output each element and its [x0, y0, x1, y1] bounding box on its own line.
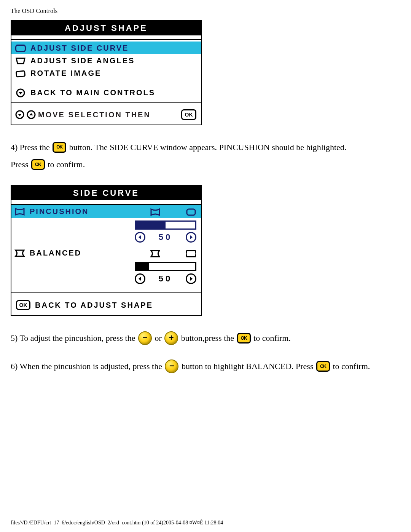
ok-button-icon: OK — [53, 142, 66, 153]
panel-gap — [11, 200, 201, 205]
menu-item-back-to-adjust-shape[interactable]: OK BACK TO ADJUST SHAPE — [11, 296, 201, 315]
text: to confirm. — [333, 361, 370, 371]
text: 5) To adjust the pincushion, press the — [11, 333, 137, 343]
page-header: The OSD Controls — [11, 8, 400, 14]
pincushion-slider[interactable] — [135, 220, 196, 230]
text: button to highlight BALANCED. Press — [182, 361, 315, 371]
panel-title: SIDE CURVE — [11, 185, 201, 200]
text: or — [155, 333, 164, 343]
up-arrow-circle-icon — [27, 110, 36, 119]
minus-button-icon: − — [138, 331, 152, 345]
svg-rect-5 — [187, 209, 195, 215]
side-curve-panel: SIDE CURVE PINCUSHION — [11, 185, 202, 316]
down-arrow-circle-icon — [15, 89, 26, 97]
left-arrow-icon[interactable] — [135, 232, 145, 243]
text: 6) When the pincushion is adjusted, pres… — [11, 361, 164, 371]
ok-icon: OK — [181, 109, 196, 120]
ok-icon: OK — [16, 300, 30, 310]
ok-button-icon: OK — [31, 159, 45, 170]
left-arrow-icon[interactable] — [135, 273, 145, 284]
text: Press — [11, 160, 30, 169]
footer-path: file:///D|/EDFU/crt_17_6/edoc/english/OS… — [11, 520, 223, 526]
pincushion-out-icon — [186, 208, 196, 216]
menu-item-adjust-side-angles[interactable]: ADJUST SIDE ANGLES — [11, 54, 201, 67]
menu-item-rotate-image[interactable]: ROTATE IMAGE — [11, 67, 201, 79]
right-arrow-icon[interactable] — [186, 273, 196, 284]
panel-footer: MOVE SELECTION THEN OK — [11, 105, 201, 125]
text: button,press the — [181, 333, 236, 343]
balanced-left-icon — [150, 249, 161, 258]
panel-title: ADJUST SHAPE — [11, 21, 201, 35]
balanced-value: 50 — [152, 274, 179, 284]
step-6-text: 6) When the pincushion is adjusted, pres… — [11, 359, 400, 374]
text: to confirm. — [253, 333, 291, 343]
ok-button-icon: OK — [237, 333, 251, 343]
row-pincushion-value: 50 — [11, 218, 201, 244]
step-4-text: 4) Press the OK button. The SIDE CURVE w… — [11, 141, 400, 171]
minus-button-icon: − — [165, 359, 178, 373]
down-arrow-circle-icon — [15, 110, 24, 119]
row-balanced-value: 50 — [11, 260, 201, 286]
menu-item-label: BACK TO MAIN CONTROLS — [30, 88, 155, 97]
right-arrow-icon[interactable] — [186, 232, 196, 243]
panel-gap — [11, 35, 201, 40]
pincushion-in-icon — [150, 208, 161, 216]
footer-label: MOVE SELECTION THEN — [38, 110, 151, 119]
side-curve-icon — [15, 44, 26, 53]
pincushion-icon — [14, 208, 25, 216]
balanced-right-icon — [186, 249, 196, 258]
adjust-shape-panel: ADJUST SHAPE ADJUST SIDE CURVE ADJUST SI… — [11, 20, 202, 125]
menu-item-label: BACK TO ADJUST SHAPE — [35, 301, 153, 310]
menu-item-label: ADJUST SIDE CURVE — [30, 44, 129, 53]
row-balanced[interactable]: BALANCED — [11, 246, 201, 260]
ok-button-icon: OK — [316, 361, 330, 372]
svg-rect-0 — [16, 45, 25, 51]
text: 4) Press the — [11, 142, 52, 152]
svg-rect-1 — [16, 70, 25, 77]
balanced-slider[interactable] — [135, 262, 196, 271]
row-pincushion[interactable]: PINCUSHION — [11, 205, 201, 218]
text: to confirm. — [48, 160, 85, 169]
row-label: PINCUSHION — [30, 207, 89, 216]
text: button. The SIDE CURVE window appears. P… — [69, 142, 347, 152]
plus-button-icon: + — [164, 331, 178, 345]
menu-item-adjust-side-curve[interactable]: ADJUST SIDE CURVE — [11, 42, 201, 54]
step-5-text: 5) To adjust the pincushion, press the −… — [11, 331, 400, 346]
menu-item-label: ADJUST SIDE ANGLES — [30, 56, 135, 65]
rotate-image-icon — [15, 69, 26, 78]
pincushion-value: 50 — [152, 232, 179, 242]
menu-item-label: ROTATE IMAGE — [30, 69, 101, 78]
menu-list: ADJUST SIDE CURVE ADJUST SIDE ANGLES ROT… — [11, 40, 201, 81]
balanced-icon — [14, 249, 25, 257]
side-angles-icon — [15, 57, 26, 65]
menu-item-back-to-main[interactable]: BACK TO MAIN CONTROLS — [11, 86, 201, 99]
row-label: BALANCED — [30, 249, 81, 257]
